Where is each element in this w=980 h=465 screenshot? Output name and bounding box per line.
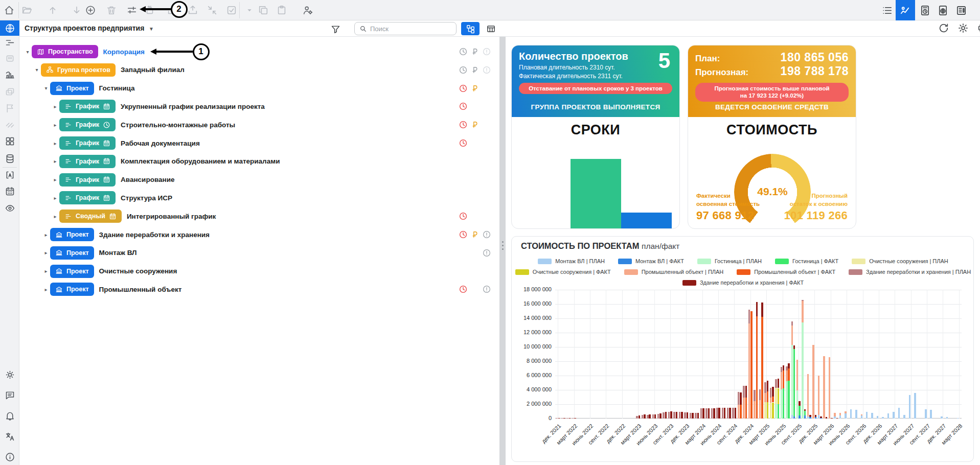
item-title[interactable]: Комплектация оборудованием и материалами [121,157,280,165]
doc-timer-icon[interactable] [919,4,931,16]
notifications-icon[interactable] [0,408,19,423]
tree-row[interactable]: ▾ПроектГостиница [19,80,495,97]
tree-row[interactable]: ▸ГрафикСтроительно-монтажные работы [19,116,495,133]
add-icon[interactable] [84,4,97,16]
item-title[interactable]: Гостиница [99,84,135,92]
paste-icon[interactable] [276,4,288,16]
refresh-icon[interactable] [937,21,950,35]
caret-right-icon[interactable]: ▸ [51,141,59,146]
caret-right-icon[interactable]: ▸ [51,177,59,182]
doc-globe-icon[interactable] [937,4,949,16]
calendar-icon[interactable] [0,183,19,199]
caret-right-icon[interactable]: ▸ [51,195,59,201]
export-icon[interactable] [187,4,199,16]
caret-down-icon[interactable]: ▾ [24,49,32,55]
tree-row[interactable]: ▸ПроектОчистные сооружения [19,263,495,280]
list-view-icon[interactable] [881,4,893,16]
tree-row[interactable]: ▸СводныйИнтегрированный график [19,207,495,225]
chevron-down-icon[interactable]: ▼ [149,26,154,32]
bar-segment [558,418,560,418]
caret-down-icon[interactable]: ▾ [42,85,50,91]
item-title[interactable]: Укрупненный график реализации проекта [121,103,265,110]
copy-icon[interactable] [257,4,269,16]
caret-right-icon[interactable]: ▸ [51,104,59,109]
item-title[interactable]: Авансирование [121,176,174,183]
move-up-icon[interactable] [47,4,59,16]
tree-view-title[interactable]: Структура проектов предприятия [25,24,144,32]
item-title[interactable]: Очистные сооружения [99,267,177,275]
open-folder-icon[interactable] [21,4,33,16]
bar-segment [740,405,742,418]
panel-splitter[interactable] [499,37,506,465]
caret-right-icon[interactable]: ▸ [42,232,50,238]
tree-row[interactable]: ▸ГрафикСтруктура ИСР [19,189,495,206]
hatch-icon[interactable] [0,117,19,132]
filter-settings-icon[interactable] [126,4,138,16]
workspace-globe-icon[interactable] [0,20,19,36]
bar-segment [781,372,783,389]
deadline-clock-icon [457,101,469,111]
item-title[interactable]: Западный филиал [121,66,185,74]
visibility-icon[interactable] [0,200,19,216]
y-tick-label: 8 000 000 [513,358,552,364]
caret-right-icon[interactable]: ▸ [42,287,50,292]
tree-row[interactable]: ▸ПроектМонтаж ВЛ [19,244,495,262]
print-icon[interactable] [976,21,980,35]
item-title[interactable]: Промышленный объект [99,286,182,293]
bar-segment [802,300,804,301]
comments-icon[interactable] [0,387,19,403]
tree-row[interactable]: ▸ГрафикКомплектация оборудованием и мате… [19,153,495,170]
settings-gear-icon[interactable] [956,21,970,35]
tree-row[interactable]: ▸ПроектПромышленный объект [19,281,495,298]
tree-row[interactable]: ▸ГрафикРабочая документация [19,134,495,152]
flags-icon[interactable] [0,100,19,115]
caret-right-icon[interactable]: ▸ [42,268,50,274]
gantt-icon[interactable] [0,35,19,50]
dictionary-icon[interactable] [0,167,19,182]
multiselect-caret-icon[interactable] [243,4,256,16]
multiselect-icon[interactable] [225,4,238,16]
tree-row[interactable]: ▸ГрафикАвансирование [19,171,495,189]
item-title[interactable]: Интегрированный график [127,213,216,220]
move-down-icon[interactable] [71,4,83,16]
tree-row[interactable]: ▸ГрафикУкрупненный график реализации про… [19,98,495,115]
filter-funnel-icon[interactable] [329,22,342,36]
item-title[interactable]: Здание переработки и хранения [99,231,210,239]
tree-row[interactable]: ▾Группа проектовЗападный филиал [19,61,495,79]
bar-segment [786,366,788,370]
caret-right-icon[interactable]: ▸ [51,158,59,164]
database-icon[interactable] [0,151,19,166]
report-icon[interactable] [955,4,967,16]
delete-icon[interactable] [105,4,118,16]
bar-segment [786,370,788,381]
language-icon[interactable] [0,429,19,444]
tree-view-toggle[interactable] [461,22,480,35]
info-icon[interactable] [0,449,19,464]
caret-right-icon[interactable]: ▸ [42,250,50,255]
tree-row[interactable]: ▸ПроектЗдание переработки и хранения [19,226,495,243]
caret-right-icon[interactable]: ▸ [51,122,59,128]
warning-icon [481,193,492,203]
bar-segment [807,374,809,416]
caret-right-icon[interactable]: ▸ [51,214,59,219]
portfolio-grid-icon[interactable] [0,133,19,149]
item-title[interactable]: Рабочая документация [121,140,200,147]
dashboard-view-icon[interactable] [896,0,915,20]
theme-icon[interactable] [0,367,19,382]
home-icon[interactable] [3,4,15,16]
bar-segment [799,401,801,405]
item-title[interactable]: Монтаж ВЛ [99,249,137,257]
item-title[interactable]: Корпорация [103,48,145,56]
item-title[interactable]: Строительно-монтажные работы [121,121,235,129]
milestones-icon[interactable] [0,51,19,66]
tree-row[interactable]: ▾ПространствоКорпорация [19,43,495,60]
documents-icon[interactable] [0,84,19,99]
search-input[interactable] [370,25,447,33]
item-title[interactable]: Структура ИСР [121,194,172,202]
collapse-icon[interactable] [206,4,218,16]
cost-ruble-icon [469,138,481,148]
histogram-icon[interactable] [0,67,19,82]
table-view-toggle[interactable] [482,22,500,35]
user-settings-icon[interactable] [302,4,314,16]
caret-down-icon[interactable]: ▾ [33,67,41,73]
